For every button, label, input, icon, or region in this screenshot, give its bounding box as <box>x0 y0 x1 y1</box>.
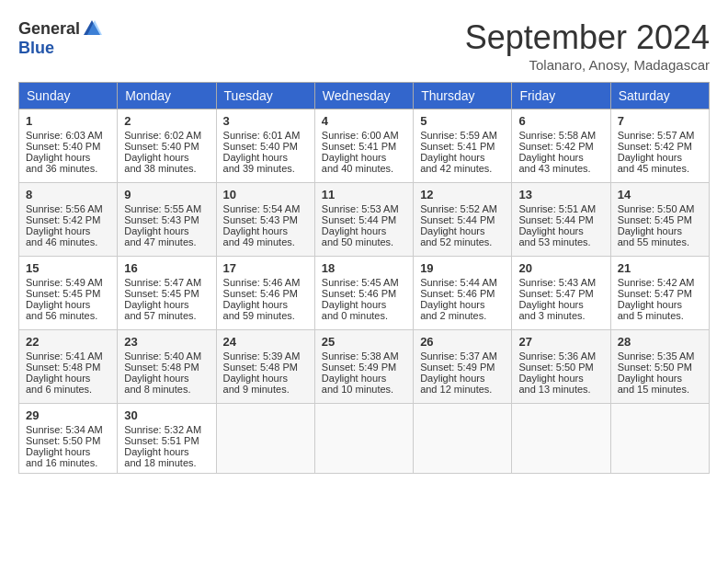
day-number: 13 <box>518 188 603 201</box>
daylight-value: and 42 minutes. <box>420 163 505 174</box>
calendar-header-sunday: Sunday <box>19 83 118 109</box>
sunrise-text: Sunrise: 5:34 AM <box>26 424 110 435</box>
sunrise-text: Sunrise: 5:38 AM <box>322 350 406 362</box>
day-number: 21 <box>618 261 702 275</box>
daylight-label: Daylight hours <box>518 225 603 236</box>
calendar-cell: 28Sunrise: 5:35 AMSunset: 5:50 PMDayligh… <box>610 330 709 404</box>
daylight-value: and 2 minutes. <box>420 310 505 321</box>
sunrise-text: Sunrise: 5:52 AM <box>420 203 505 214</box>
sunrise-text: Sunrise: 5:41 AM <box>26 350 110 362</box>
daylight-label: Daylight hours <box>26 373 110 384</box>
sunset-text: Sunset: 5:48 PM <box>124 362 209 373</box>
sunrise-text: Sunrise: 5:35 AM <box>618 350 702 362</box>
daylight-value: and 16 minutes. <box>26 457 110 468</box>
calendar-cell <box>512 404 610 474</box>
calendar-week-row: 22Sunrise: 5:41 AMSunset: 5:48 PMDayligh… <box>19 330 710 404</box>
sunset-text: Sunset: 5:45 PM <box>124 288 209 299</box>
daylight-value: and 52 minutes. <box>420 236 505 247</box>
day-number: 25 <box>322 335 406 349</box>
calendar-cell: 9Sunrise: 5:55 AMSunset: 5:43 PMDaylight… <box>118 183 216 257</box>
daylight-value: and 40 minutes. <box>322 163 406 174</box>
sunrise-text: Sunrise: 5:54 AM <box>223 203 308 214</box>
sunset-text: Sunset: 5:46 PM <box>420 288 505 299</box>
calendar-cell: 6Sunrise: 5:58 AMSunset: 5:42 PMDaylight… <box>512 109 610 183</box>
daylight-value: and 57 minutes. <box>124 310 209 321</box>
sunset-text: Sunset: 5:48 PM <box>26 362 110 373</box>
sunrise-text: Sunrise: 6:02 AM <box>124 130 209 141</box>
day-number: 28 <box>618 335 702 349</box>
sunrise-text: Sunrise: 5:58 AM <box>518 130 603 141</box>
day-number: 1 <box>26 114 110 128</box>
calendar-cell: 29Sunrise: 5:34 AMSunset: 5:50 PMDayligh… <box>19 404 118 474</box>
calendar-header-tuesday: Tuesday <box>216 83 314 109</box>
daylight-label: Daylight hours <box>518 299 603 310</box>
calendar-week-row: 15Sunrise: 5:49 AMSunset: 5:45 PMDayligh… <box>19 257 710 330</box>
calendar-week-row: 8Sunrise: 5:56 AMSunset: 5:42 PMDaylight… <box>19 183 710 257</box>
calendar-cell: 30Sunrise: 5:32 AMSunset: 5:51 PMDayligh… <box>118 404 216 474</box>
daylight-label: Daylight hours <box>322 299 406 310</box>
sunset-text: Sunset: 5:45 PM <box>618 214 702 225</box>
sunrise-text: Sunrise: 5:46 AM <box>223 277 308 288</box>
daylight-label: Daylight hours <box>420 373 505 384</box>
sunset-text: Sunset: 5:41 PM <box>322 141 406 152</box>
sunrise-text: Sunrise: 6:01 AM <box>223 130 308 141</box>
calendar-cell: 8Sunrise: 5:56 AMSunset: 5:42 PMDaylight… <box>19 183 118 257</box>
daylight-label: Daylight hours <box>223 373 308 384</box>
sunset-text: Sunset: 5:47 PM <box>618 288 702 299</box>
calendar-cell: 22Sunrise: 5:41 AMSunset: 5:48 PMDayligh… <box>19 330 118 404</box>
daylight-value: and 59 minutes. <box>223 310 308 321</box>
sunrise-text: Sunrise: 5:51 AM <box>518 203 603 214</box>
daylight-value: and 50 minutes. <box>322 236 406 247</box>
daylight-value: and 13 minutes. <box>518 384 603 395</box>
calendar-cell: 15Sunrise: 5:49 AMSunset: 5:45 PMDayligh… <box>19 257 118 330</box>
day-number: 15 <box>26 261 110 275</box>
sunrise-text: Sunrise: 5:45 AM <box>322 277 406 288</box>
sunrise-text: Sunrise: 5:32 AM <box>124 424 209 435</box>
calendar-week-row: 29Sunrise: 5:34 AMSunset: 5:50 PMDayligh… <box>19 404 710 474</box>
day-number: 3 <box>223 114 308 128</box>
sunrise-text: Sunrise: 5:59 AM <box>420 130 505 141</box>
daylight-value: and 6 minutes. <box>26 384 110 395</box>
daylight-value: and 53 minutes. <box>518 236 603 247</box>
sunrise-text: Sunrise: 6:00 AM <box>322 130 406 141</box>
calendar-header-friday: Friday <box>512 83 610 109</box>
daylight-value: and 56 minutes. <box>26 310 110 321</box>
daylight-label: Daylight hours <box>124 152 209 163</box>
sunset-text: Sunset: 5:40 PM <box>26 141 110 152</box>
sunset-text: Sunset: 5:47 PM <box>518 288 603 299</box>
sunrise-text: Sunrise: 5:55 AM <box>124 203 209 214</box>
logo-blue-text: Blue <box>18 39 54 58</box>
sunrise-text: Sunrise: 6:03 AM <box>26 130 110 141</box>
sunrise-text: Sunrise: 5:40 AM <box>124 350 209 362</box>
calendar-cell: 13Sunrise: 5:51 AMSunset: 5:44 PMDayligh… <box>512 183 610 257</box>
daylight-label: Daylight hours <box>420 299 505 310</box>
sunset-text: Sunset: 5:48 PM <box>223 362 308 373</box>
sunset-text: Sunset: 5:50 PM <box>618 362 702 373</box>
calendar-cell: 10Sunrise: 5:54 AMSunset: 5:43 PMDayligh… <box>216 183 314 257</box>
daylight-label: Daylight hours <box>618 152 702 163</box>
day-number: 11 <box>322 188 406 201</box>
sunrise-text: Sunrise: 5:37 AM <box>420 350 505 362</box>
daylight-label: Daylight hours <box>26 446 110 457</box>
daylight-value: and 39 minutes. <box>223 163 308 174</box>
calendar-cell: 21Sunrise: 5:42 AMSunset: 5:47 PMDayligh… <box>610 257 709 330</box>
sunset-text: Sunset: 5:42 PM <box>618 141 702 152</box>
daylight-value: and 47 minutes. <box>124 236 209 247</box>
daylight-value: and 45 minutes. <box>618 163 702 174</box>
calendar-cell: 14Sunrise: 5:50 AMSunset: 5:45 PMDayligh… <box>610 183 709 257</box>
sunset-text: Sunset: 5:46 PM <box>322 288 406 299</box>
calendar-week-row: 1Sunrise: 6:03 AMSunset: 5:40 PMDaylight… <box>19 109 710 183</box>
calendar-cell: 27Sunrise: 5:36 AMSunset: 5:50 PMDayligh… <box>512 330 610 404</box>
daylight-value: and 43 minutes. <box>518 163 603 174</box>
day-number: 14 <box>618 188 702 201</box>
calendar-cell: 4Sunrise: 6:00 AMSunset: 5:41 PMDaylight… <box>314 109 413 183</box>
day-number: 8 <box>26 188 110 201</box>
daylight-value: and 8 minutes. <box>124 384 209 395</box>
sunrise-text: Sunrise: 5:43 AM <box>518 277 603 288</box>
sunset-text: Sunset: 5:45 PM <box>26 288 110 299</box>
calendar-cell: 17Sunrise: 5:46 AMSunset: 5:46 PMDayligh… <box>216 257 314 330</box>
sunrise-text: Sunrise: 5:47 AM <box>124 277 209 288</box>
daylight-label: Daylight hours <box>518 152 603 163</box>
daylight-label: Daylight hours <box>518 373 603 384</box>
calendar-cell: 3Sunrise: 6:01 AMSunset: 5:40 PMDaylight… <box>216 109 314 183</box>
